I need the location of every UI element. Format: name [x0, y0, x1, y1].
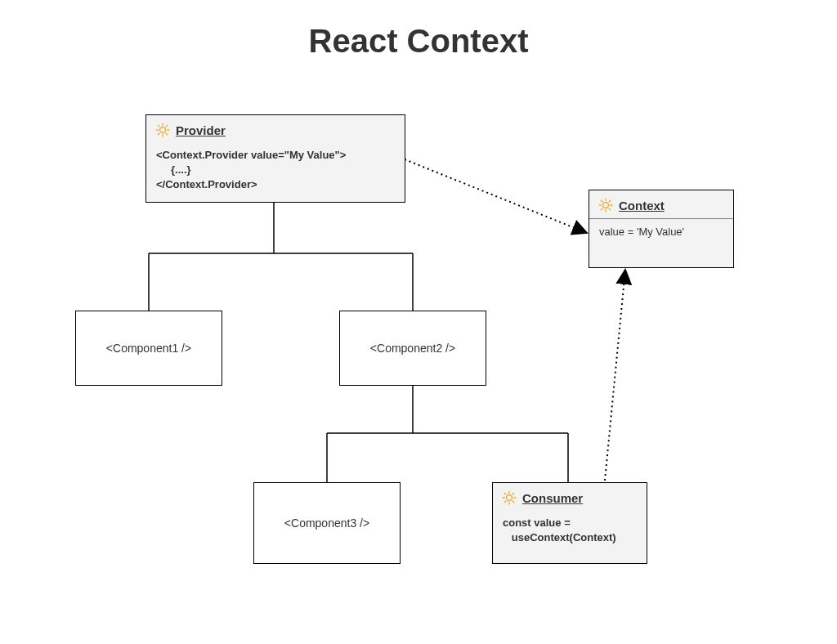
gear-icon [501, 490, 517, 506]
provider-header: Provider [146, 115, 405, 143]
provider-label: Provider [176, 123, 226, 137]
component1-node: <Component1 /> [75, 311, 222, 386]
gear-icon [154, 122, 171, 138]
consumer-node: Consumer const value = useContext(Contex… [492, 482, 647, 564]
context-node: Context value = 'My Value' [589, 190, 734, 268]
component1-label: <Component1 /> [106, 342, 191, 355]
gear-icon [598, 197, 614, 213]
provider-code: <Context.Provider value="My Value"> {...… [146, 143, 405, 201]
context-value: value = 'My Value' [589, 220, 733, 248]
provider-node: Provider <Context.Provider value="My Val… [145, 114, 405, 203]
diagram-title: React Context [0, 23, 837, 60]
consumer-header: Consumer [493, 483, 647, 511]
component3-label: <Component3 /> [284, 517, 369, 530]
consumer-label: Consumer [522, 491, 583, 505]
component3-node: <Component3 /> [253, 482, 401, 564]
context-header: Context [589, 190, 733, 218]
context-label: Context [619, 199, 665, 212]
svg-line-10 [605, 270, 625, 481]
consumer-code: const value = useContext(Context) [493, 511, 647, 553]
component2-node: <Component2 /> [339, 311, 486, 386]
component2-label: <Component2 /> [370, 342, 455, 355]
svg-line-9 [405, 159, 587, 233]
